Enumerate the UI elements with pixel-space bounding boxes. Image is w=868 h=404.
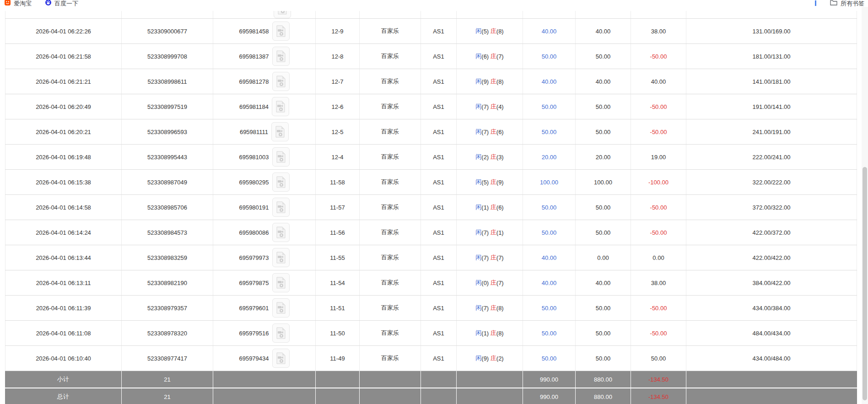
banker-label: 庄 — [491, 153, 496, 161]
player-label: 闲 — [475, 27, 481, 35]
video-replay-button[interactable] — [272, 298, 290, 318]
video-replay-button[interactable] — [271, 122, 289, 141]
all-bookmarks-label: 所有书签 — [841, 0, 864, 7]
bet-time-cell: 2026-04-01 06:14:24 — [5, 220, 122, 245]
bookmark-item-baidu[interactable]: 百度一下 — [45, 0, 78, 7]
partial-top-row — [5, 11, 857, 18]
video-replay-button[interactable] — [272, 22, 290, 41]
valid-amount-cell: 0.00 — [576, 245, 631, 270]
round-id-cell: 695979973 — [213, 245, 316, 270]
bet-amount-link[interactable]: 50.00 — [542, 103, 557, 110]
result-cell: 闲(1) 庄(8) — [457, 321, 523, 345]
win-loss-cell: -100.00 — [631, 170, 686, 194]
table-row: 2026-04-01 06:21:58 523308999708 6959813… — [5, 43, 857, 69]
scrollbar-thumb[interactable] — [863, 167, 867, 400]
player-label: 闲 — [475, 102, 481, 111]
table-row: 2026-04-01 06:11:39 523308979357 6959796… — [5, 295, 857, 320]
bet-amount-cell: 50.00 — [523, 296, 576, 320]
bookmark-item-taobao[interactable]: 爱淘宝 — [5, 0, 32, 7]
round-number-cell: 12-4 — [316, 145, 360, 169]
video-replay-button[interactable] — [272, 273, 290, 292]
bet-amount-link[interactable]: 40.00 — [542, 78, 557, 85]
win-loss-cell: -50.00 — [631, 296, 686, 320]
game-table-cell: AS1 — [421, 145, 457, 169]
result-cell: 闲(5) 庄(8) — [457, 19, 523, 43]
bet-time-cell: 2026-04-01 06:13:44 — [5, 245, 122, 270]
bet-amount-link[interactable]: 100.00 — [540, 179, 558, 186]
table-row: 2026-04-01 06:19:48 523308995443 6959810… — [5, 144, 857, 169]
summary-label-cell: 小计 — [5, 371, 122, 388]
video-replay-button[interactable] — [272, 97, 289, 116]
video-replay-button[interactable] — [272, 172, 290, 192]
result-cell: 闲(7) 庄(7) — [457, 245, 523, 270]
bet-amount-link[interactable]: 20.00 — [542, 154, 557, 161]
game-type-cell: 百家乐 — [360, 296, 421, 320]
bet-amount-link[interactable]: 50.00 — [542, 53, 557, 60]
video-replay-button[interactable] — [272, 198, 290, 217]
video-replay-button[interactable] — [274, 11, 291, 18]
round-id-cell: 695981278 — [213, 69, 316, 94]
bet-time-cell: 2026-04-01 06:10:40 — [5, 346, 122, 371]
player-label: 闲 — [475, 253, 481, 262]
bet-amount-link[interactable]: 40.00 — [542, 28, 557, 35]
result-cell: 闲(7) 庄(6) — [457, 119, 523, 144]
game-type-cell: 百家乐 — [360, 69, 421, 94]
banker-label: 庄 — [491, 329, 496, 337]
bet-amount-cell: 50.00 — [523, 44, 576, 69]
round-number-cell: 11-49 — [316, 346, 360, 371]
summary-winloss-total-cell: -134.50 — [631, 371, 686, 388]
bet-id-cell: 523308983259 — [122, 245, 213, 270]
banker-label: 庄 — [491, 354, 496, 362]
video-replay-button[interactable] — [272, 248, 290, 267]
table-row: 2026-04-01 06:21:21 523308998611 6959812… — [5, 69, 857, 94]
bet-time-cell: 2026-04-01 06:20:49 — [5, 94, 122, 119]
summary-count-cell: 21 — [122, 388, 213, 404]
bet-id-cell: 523308987049 — [122, 170, 213, 194]
balance-cell: 222.00/241.00 — [686, 145, 857, 169]
bet-amount-link[interactable]: 50.00 — [542, 129, 557, 135]
bet-amount-link[interactable]: 50.00 — [542, 330, 557, 337]
win-loss-cell: -50.00 — [631, 44, 686, 69]
win-loss-cell: -50.00 — [631, 195, 686, 220]
round-number-cell: 11-56 — [316, 220, 360, 245]
video-replay-button[interactable] — [272, 223, 290, 242]
round-number-cell: 11-58 — [316, 170, 360, 194]
game-table-cell: AS1 — [421, 195, 457, 220]
round-number-cell: 11-51 — [316, 296, 360, 320]
game-type-cell: 百家乐 — [360, 346, 421, 371]
round-number-cell: 11-50 — [316, 321, 360, 345]
table-row: 2026-04-01 06:13:44 523308983259 6959799… — [5, 245, 857, 270]
table-row: 2026-04-01 06:14:24 523308984573 6959800… — [5, 220, 857, 245]
all-bookmarks-button[interactable]: 所有书签 — [830, 0, 864, 7]
bet-amount-link[interactable]: 50.00 — [542, 355, 557, 362]
bet-amount-link[interactable]: 40.00 — [542, 254, 557, 261]
balance-cell: 434.00/484.00 — [686, 346, 857, 371]
table-row: 2026-04-01 06:11:08 523308978320 6959795… — [5, 320, 857, 345]
bet-id-cell: 523308997519 — [122, 94, 213, 119]
bet-amount-link[interactable]: 50.00 — [542, 204, 557, 211]
folder-icon — [830, 0, 837, 7]
bet-amount-link[interactable]: 50.00 — [542, 229, 557, 236]
result-cell: 闲(7) 庄(1) — [457, 220, 523, 245]
game-table-cell: AS1 — [421, 69, 457, 94]
video-replay-button[interactable] — [272, 147, 290, 167]
bet-id-cell: 523309000677 — [122, 19, 213, 43]
video-replay-button[interactable] — [272, 47, 290, 66]
video-replay-button[interactable] — [272, 72, 290, 91]
game-type-cell: 百家乐 — [360, 119, 421, 144]
win-loss-cell: 38.00 — [631, 19, 686, 43]
bet-amount-link[interactable]: 50.00 — [542, 305, 557, 312]
bet-amount-cell: 40.00 — [523, 19, 576, 43]
valid-amount-cell: 40.00 — [576, 270, 631, 295]
scrollbar-track[interactable] — [862, 7, 868, 404]
video-replay-button[interactable] — [272, 323, 290, 343]
result-cell: 闲(9) 庄(8) — [457, 69, 523, 94]
win-loss-cell: 50.00 — [631, 346, 686, 371]
game-type-cell: 百家乐 — [360, 270, 421, 295]
player-label: 闲 — [475, 178, 481, 186]
result-cell: 闲(5) 庄(9) — [457, 170, 523, 194]
bet-amount-link[interactable]: 40.00 — [542, 280, 557, 286]
round-number-cell: 11-54 — [316, 270, 360, 295]
video-replay-button[interactable] — [272, 349, 290, 368]
game-table-cell: AS1 — [421, 220, 457, 245]
